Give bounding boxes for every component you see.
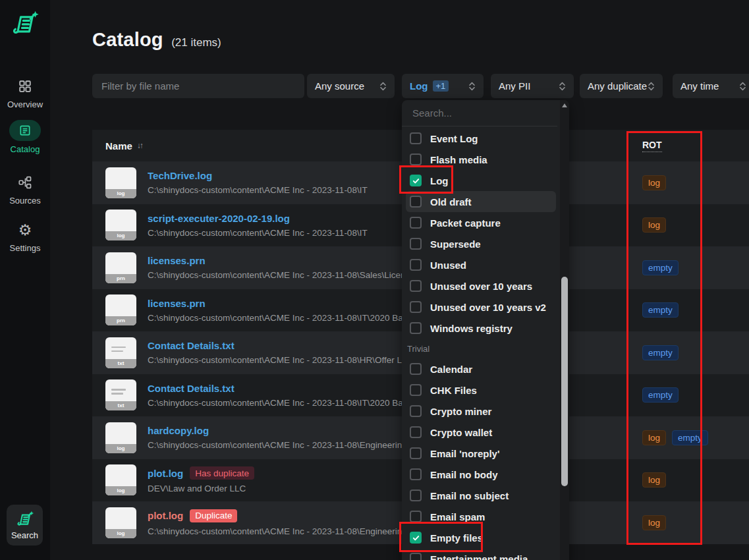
column-header-name[interactable]: Name (105, 140, 132, 152)
dropdown-option[interactable]: Unused (406, 254, 556, 275)
rot-cell: empty (642, 345, 679, 360)
checkbox-checked-icon[interactable] (410, 175, 422, 186)
checkbox-icon[interactable] (410, 322, 422, 334)
sidebar-item-catalog[interactable]: Catalog (0, 120, 50, 154)
checkbox-icon[interactable] (410, 426, 422, 438)
file-name-link[interactable]: plot.log (148, 510, 183, 521)
chevron-updown-icon (468, 81, 476, 92)
page-title: Catalog (21 items) (92, 29, 221, 51)
file-path: C:\shinydocs-custom\content\ACME Inc - 2… (148, 526, 430, 536)
checkbox-icon[interactable] (410, 132, 422, 144)
checkbox-icon[interactable] (410, 196, 422, 208)
checkbox-icon[interactable] (410, 490, 422, 501)
dropdown-option[interactable]: CHK Files (406, 379, 556, 401)
file-name-link[interactable]: Contact Details.txt (148, 383, 235, 394)
sidebar-item-overview[interactable]: Overview (0, 76, 50, 109)
file-name-filter-input[interactable] (92, 74, 304, 98)
file-name-link[interactable]: plot.log (148, 468, 183, 479)
file-icon: log (105, 422, 136, 453)
sidebar-item-label: Settings (0, 243, 50, 253)
dropdown-option-label: CHK Files (430, 385, 477, 396)
checkbox-icon[interactable] (410, 238, 422, 250)
dropdown-option[interactable]: Event Log (406, 128, 556, 149)
column-header-rot[interactable]: ROT (642, 140, 662, 152)
source-filter-dropdown[interactable]: Any source (307, 74, 395, 98)
dropdown-option-label: Calendar (430, 364, 472, 375)
search-button[interactable]: Search (7, 505, 43, 546)
file-name-link[interactable]: script-executer-2020-02-19.log (148, 213, 290, 224)
checkbox-icon[interactable] (410, 363, 422, 375)
file-name-link[interactable]: licenses.prn (148, 255, 206, 266)
dropdown-option[interactable]: Windows registry (406, 318, 556, 339)
sidebar-item-settings[interactable]: ⚙ Settings (0, 220, 50, 253)
dropdown-option[interactable]: Email 'noreply' (406, 443, 556, 464)
dropdown-option[interactable]: Unused over 10 years v2 (406, 296, 556, 318)
checkbox-icon[interactable] (410, 301, 422, 313)
duplicate-badge: Duplicate (190, 509, 237, 522)
dropdown-option[interactable]: Empty files (406, 527, 556, 548)
checkbox-checked-icon[interactable] (410, 532, 422, 544)
dropdown-option[interactable]: Entertainment media (406, 548, 556, 560)
file-icon: log (105, 167, 136, 198)
dropdown-label: Any PII (499, 80, 530, 92)
checkbox-icon[interactable] (410, 259, 422, 271)
sidebar-item-label: Overview (0, 99, 50, 109)
rot-cell: log (642, 175, 666, 190)
dropdown-label: Any time (680, 80, 719, 92)
rot-badge-empty: empty (642, 345, 679, 360)
sidebar-item-sources[interactable]: Sources (0, 173, 50, 206)
dropdown-option[interactable]: Calendar (406, 358, 556, 379)
dropdown-option[interactable]: Email spam (406, 506, 556, 527)
scrollbar-up-arrow-icon[interactable] (562, 103, 567, 107)
file-path: DEV\Law and Order LLC (148, 484, 254, 493)
rot-filter-list: Event LogFlash mediaLogOld draftPacket c… (402, 128, 560, 560)
rot-cell: log (642, 217, 666, 233)
dropdown-option[interactable]: Log (406, 170, 556, 191)
rot-filter-search-input[interactable] (402, 100, 557, 126)
duplicate-filter-dropdown[interactable]: Any duplicate (580, 74, 663, 98)
file-icon: log (105, 507, 136, 538)
dropdown-option-label: Supersede (430, 238, 481, 250)
dropdown-scrollbar[interactable] (560, 100, 569, 560)
scrollbar-thumb[interactable] (561, 277, 568, 486)
pii-filter-dropdown[interactable]: Any PII (491, 74, 574, 98)
time-filter-dropdown[interactable]: Any time (673, 74, 749, 98)
checkbox-icon[interactable] (410, 447, 422, 459)
checkbox-icon[interactable] (410, 405, 422, 417)
dropdown-option[interactable]: Supersede (406, 233, 556, 254)
dropdown-option[interactable]: Packet capture (406, 212, 556, 233)
rot-filter-dropdown[interactable]: Log +1 (402, 74, 484, 98)
dropdown-label: Log (410, 80, 428, 92)
checkbox-icon[interactable] (410, 280, 422, 292)
file-extension-label: prn (105, 274, 136, 283)
dropdown-option[interactable]: Crypto miner (406, 401, 556, 422)
search-logo-icon (16, 510, 34, 528)
file-name-link[interactable]: TechDrive.log (148, 170, 212, 181)
page-title-text: Catalog (92, 29, 163, 50)
dropdown-option[interactable]: Old draft (406, 191, 556, 212)
rot-badge-empty: empty (642, 387, 679, 403)
dropdown-option[interactable]: Crypto wallet (406, 422, 556, 443)
dropdown-option[interactable]: Flash media (406, 149, 556, 170)
sort-icon[interactable]: ↓↑ (137, 141, 142, 150)
file-name-link[interactable]: licenses.prn (148, 298, 206, 309)
dropdown-option-label: Windows registry (430, 323, 513, 334)
checkbox-icon[interactable] (410, 154, 422, 165)
sidebar-item-label: Sources (0, 196, 50, 206)
checkbox-icon[interactable] (410, 217, 422, 229)
dropdown-option[interactable]: Email no body (406, 464, 556, 485)
chevron-updown-icon (739, 81, 746, 92)
chevron-updown-icon (379, 81, 387, 92)
rot-cell: empty (642, 260, 679, 275)
dropdown-option[interactable]: Email no subject (406, 485, 556, 506)
file-path: C:\shinydocs-custom\content\ACME Inc - 2… (148, 185, 368, 195)
checkbox-icon[interactable] (410, 511, 422, 522)
dropdown-option[interactable]: Unused over 10 years (406, 275, 556, 296)
file-name-link[interactable]: hardcopy.log (148, 425, 209, 436)
file-path: C:\shinydocs-custom\content\ACME Inc - 2… (148, 355, 424, 365)
checkbox-icon[interactable] (410, 553, 422, 560)
checkbox-icon[interactable] (410, 384, 422, 396)
file-name-link[interactable]: Contact Details.txt (148, 340, 235, 351)
dropdown-label: Any source (315, 80, 364, 92)
checkbox-icon[interactable] (410, 468, 422, 480)
